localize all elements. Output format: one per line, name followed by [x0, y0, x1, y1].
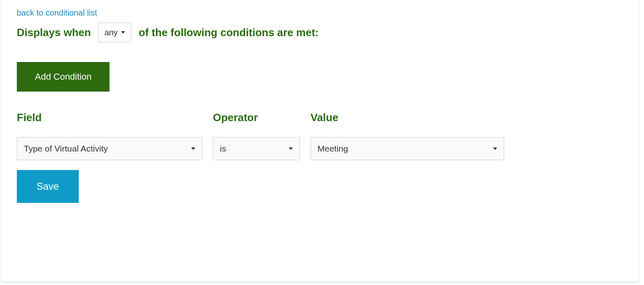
value-select-value: Meeting [317, 144, 348, 154]
sentence-suffix: of the following conditions are met: [139, 26, 319, 39]
match-mode-select[interactable]: any [98, 23, 131, 42]
sentence-prefix: Displays when [17, 26, 91, 39]
chevron-down-icon [493, 147, 497, 150]
operator-select-value: is [220, 144, 226, 154]
chevron-down-icon [121, 31, 125, 34]
field-select[interactable]: Type of Virtual Activity [17, 137, 202, 160]
operator-select[interactable]: is [213, 137, 300, 160]
field-select-value: Type of Virtual Activity [24, 144, 108, 154]
conditional-editor-panel: back to conditional list Displays when a… [0, 0, 640, 283]
value-header: Value [311, 111, 504, 124]
columns-header: Field Operator Value [17, 111, 623, 124]
condition-row: Type of Virtual Activity is Meeting [17, 137, 623, 160]
chevron-down-icon [289, 147, 293, 150]
condition-sentence: Displays when any of the following condi… [17, 23, 623, 42]
field-header: Field [17, 111, 202, 124]
add-condition-button[interactable]: Add Condition [17, 62, 110, 92]
operator-header: Operator [213, 111, 300, 124]
chevron-down-icon [191, 147, 195, 150]
save-button[interactable]: Save [17, 170, 79, 203]
back-link[interactable]: back to conditional list [17, 8, 97, 18]
value-select[interactable]: Meeting [311, 137, 504, 160]
match-mode-value: any [105, 28, 118, 37]
